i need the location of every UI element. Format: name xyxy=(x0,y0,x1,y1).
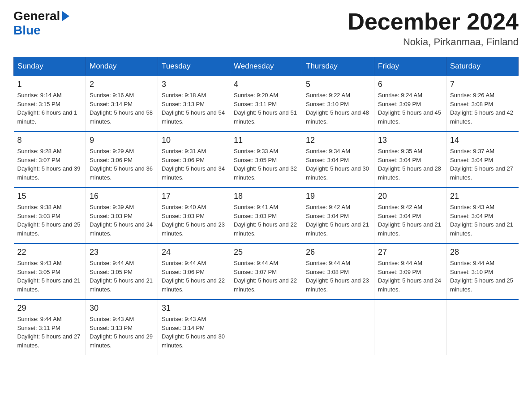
day-info: Sunrise: 9:26 AMSunset: 3:08 PMDaylight:… xyxy=(450,91,515,126)
day-number: 20 xyxy=(378,192,442,201)
day-info: Sunrise: 9:43 AMSunset: 3:13 PMDaylight:… xyxy=(90,315,154,350)
day-info: Sunrise: 9:34 AMSunset: 3:04 PMDaylight:… xyxy=(306,147,370,182)
day-info: Sunrise: 9:28 AMSunset: 3:07 PMDaylight:… xyxy=(17,147,82,182)
day-number: 30 xyxy=(90,304,154,313)
calendar-cell: 29Sunrise: 9:44 AMSunset: 3:11 PMDayligh… xyxy=(14,300,86,355)
calendar-cell xyxy=(230,300,302,355)
day-number: 19 xyxy=(306,192,370,201)
calendar-cell: 9Sunrise: 9:29 AMSunset: 3:06 PMDaylight… xyxy=(86,132,158,188)
day-info: Sunrise: 9:43 AMSunset: 3:04 PMDaylight:… xyxy=(450,203,515,238)
week-row-1: 1Sunrise: 9:14 AMSunset: 3:15 PMDaylight… xyxy=(14,76,519,132)
day-number: 18 xyxy=(234,192,298,201)
day-info: Sunrise: 9:31 AMSunset: 3:06 PMDaylight:… xyxy=(162,147,226,182)
day-info: Sunrise: 9:37 AMSunset: 3:04 PMDaylight:… xyxy=(450,147,515,182)
day-number: 8 xyxy=(17,136,82,145)
calendar-cell: 16Sunrise: 9:39 AMSunset: 3:03 PMDayligh… xyxy=(86,188,158,244)
day-info: Sunrise: 9:42 AMSunset: 3:04 PMDaylight:… xyxy=(378,203,442,238)
logo-general: General xyxy=(13,9,60,23)
day-number: 21 xyxy=(450,192,515,201)
calendar-cell: 19Sunrise: 9:42 AMSunset: 3:04 PMDayligh… xyxy=(302,188,374,244)
day-info: Sunrise: 9:44 AMSunset: 3:05 PMDaylight:… xyxy=(90,259,154,294)
calendar-cell: 3Sunrise: 9:18 AMSunset: 3:13 PMDaylight… xyxy=(158,76,230,132)
day-number: 14 xyxy=(450,136,515,145)
week-row-4: 22Sunrise: 9:43 AMSunset: 3:05 PMDayligh… xyxy=(14,244,519,300)
day-number: 23 xyxy=(90,248,154,257)
day-number: 16 xyxy=(90,192,154,201)
day-number: 10 xyxy=(162,136,226,145)
day-number: 4 xyxy=(234,80,298,89)
header-sunday: Sunday xyxy=(14,57,86,76)
calendar-header-row: SundayMondayTuesdayWednesdayThursdayFrid… xyxy=(14,57,519,76)
day-number: 9 xyxy=(90,136,154,145)
day-info: Sunrise: 9:18 AMSunset: 3:13 PMDaylight:… xyxy=(162,91,226,126)
day-info: Sunrise: 9:22 AMSunset: 3:10 PMDaylight:… xyxy=(306,91,370,126)
calendar-cell: 11Sunrise: 9:33 AMSunset: 3:05 PMDayligh… xyxy=(230,132,302,188)
calendar-cell xyxy=(374,300,446,355)
calendar-cell: 24Sunrise: 9:44 AMSunset: 3:06 PMDayligh… xyxy=(158,244,230,300)
day-info: Sunrise: 9:29 AMSunset: 3:06 PMDaylight:… xyxy=(90,147,154,182)
day-info: Sunrise: 9:33 AMSunset: 3:05 PMDaylight:… xyxy=(234,147,298,182)
day-number: 15 xyxy=(17,192,82,201)
day-number: 1 xyxy=(17,80,82,89)
day-number: 24 xyxy=(162,248,226,257)
day-info: Sunrise: 9:43 AMSunset: 3:05 PMDaylight:… xyxy=(17,259,82,294)
week-row-2: 8Sunrise: 9:28 AMSunset: 3:07 PMDaylight… xyxy=(14,132,519,188)
calendar-cell: 14Sunrise: 9:37 AMSunset: 3:04 PMDayligh… xyxy=(446,132,519,188)
day-number: 17 xyxy=(162,192,226,201)
week-row-3: 15Sunrise: 9:38 AMSunset: 3:03 PMDayligh… xyxy=(14,188,519,244)
calendar-cell: 31Sunrise: 9:43 AMSunset: 3:14 PMDayligh… xyxy=(158,300,230,355)
calendar-cell: 8Sunrise: 9:28 AMSunset: 3:07 PMDaylight… xyxy=(14,132,86,188)
calendar-cell: 22Sunrise: 9:43 AMSunset: 3:05 PMDayligh… xyxy=(14,244,86,300)
calendar-cell: 26Sunrise: 9:44 AMSunset: 3:08 PMDayligh… xyxy=(302,244,374,300)
calendar-cell: 27Sunrise: 9:44 AMSunset: 3:09 PMDayligh… xyxy=(374,244,446,300)
day-number: 28 xyxy=(450,248,515,257)
day-info: Sunrise: 9:44 AMSunset: 3:09 PMDaylight:… xyxy=(378,259,442,294)
day-number: 22 xyxy=(17,248,82,257)
day-number: 7 xyxy=(450,80,515,89)
calendar-cell: 15Sunrise: 9:38 AMSunset: 3:03 PMDayligh… xyxy=(14,188,86,244)
day-number: 31 xyxy=(162,304,226,313)
day-number: 13 xyxy=(378,136,442,145)
day-info: Sunrise: 9:38 AMSunset: 3:03 PMDaylight:… xyxy=(17,203,82,238)
month-title: December 2024 xyxy=(348,9,519,34)
day-info: Sunrise: 9:42 AMSunset: 3:04 PMDaylight:… xyxy=(306,203,370,238)
header-wednesday: Wednesday xyxy=(230,57,302,76)
day-number: 12 xyxy=(306,136,370,145)
day-number: 11 xyxy=(234,136,298,145)
location: Nokia, Pirkanmaa, Finland xyxy=(348,36,519,48)
calendar-cell: 28Sunrise: 9:44 AMSunset: 3:10 PMDayligh… xyxy=(446,244,519,300)
day-number: 3 xyxy=(162,80,226,89)
day-info: Sunrise: 9:16 AMSunset: 3:14 PMDaylight:… xyxy=(90,91,154,126)
logo-blue: Blue xyxy=(13,23,41,38)
day-info: Sunrise: 9:39 AMSunset: 3:03 PMDaylight:… xyxy=(90,203,154,238)
day-info: Sunrise: 9:44 AMSunset: 3:06 PMDaylight:… xyxy=(162,259,226,294)
calendar-cell: 23Sunrise: 9:44 AMSunset: 3:05 PMDayligh… xyxy=(86,244,158,300)
calendar-cell: 12Sunrise: 9:34 AMSunset: 3:04 PMDayligh… xyxy=(302,132,374,188)
day-info: Sunrise: 9:44 AMSunset: 3:08 PMDaylight:… xyxy=(306,259,370,294)
calendar-cell: 5Sunrise: 9:22 AMSunset: 3:10 PMDaylight… xyxy=(302,76,374,132)
header-tuesday: Tuesday xyxy=(158,57,230,76)
calendar-cell: 13Sunrise: 9:35 AMSunset: 3:04 PMDayligh… xyxy=(374,132,446,188)
header-monday: Monday xyxy=(86,57,158,76)
day-number: 25 xyxy=(234,248,298,257)
day-info: Sunrise: 9:40 AMSunset: 3:03 PMDaylight:… xyxy=(162,203,226,238)
day-info: Sunrise: 9:24 AMSunset: 3:09 PMDaylight:… xyxy=(378,91,442,126)
calendar-cell: 30Sunrise: 9:43 AMSunset: 3:13 PMDayligh… xyxy=(86,300,158,355)
title-section: December 2024 Nokia, Pirkanmaa, Finland xyxy=(348,9,519,48)
calendar-cell: 4Sunrise: 9:20 AMSunset: 3:11 PMDaylight… xyxy=(230,76,302,132)
day-number: 5 xyxy=(306,80,370,89)
calendar-cell: 21Sunrise: 9:43 AMSunset: 3:04 PMDayligh… xyxy=(446,188,519,244)
day-number: 27 xyxy=(378,248,442,257)
day-info: Sunrise: 9:44 AMSunset: 3:10 PMDaylight:… xyxy=(450,259,515,294)
calendar-cell: 17Sunrise: 9:40 AMSunset: 3:03 PMDayligh… xyxy=(158,188,230,244)
calendar-cell: 25Sunrise: 9:44 AMSunset: 3:07 PMDayligh… xyxy=(230,244,302,300)
calendar-cell: 1Sunrise: 9:14 AMSunset: 3:15 PMDaylight… xyxy=(14,76,86,132)
day-info: Sunrise: 9:44 AMSunset: 3:07 PMDaylight:… xyxy=(234,259,298,294)
calendar-cell: 7Sunrise: 9:26 AMSunset: 3:08 PMDaylight… xyxy=(446,76,519,132)
day-info: Sunrise: 9:20 AMSunset: 3:11 PMDaylight:… xyxy=(234,91,298,126)
calendar-cell xyxy=(446,300,519,355)
logo-arrow-icon xyxy=(61,11,69,21)
day-number: 2 xyxy=(90,80,154,89)
calendar-table: SundayMondayTuesdayWednesdayThursdayFrid… xyxy=(13,57,519,355)
day-info: Sunrise: 9:14 AMSunset: 3:15 PMDaylight:… xyxy=(17,91,82,126)
